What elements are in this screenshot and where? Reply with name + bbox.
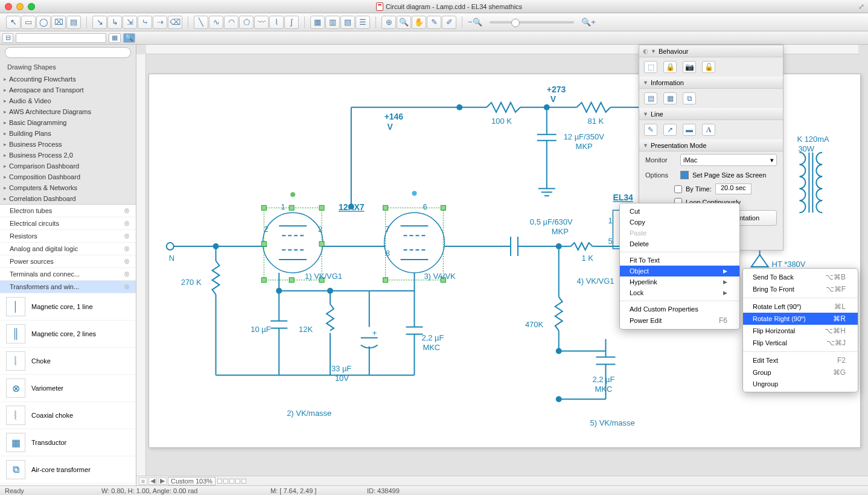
- menu-item[interactable]: Power EditF6: [620, 315, 739, 327]
- library-close-icon[interactable]: ⊗: [124, 219, 130, 228]
- category-item[interactable]: Aerospace and Transport: [0, 85, 136, 95]
- snap-tool-4[interactable]: ☰: [356, 16, 370, 29]
- search-icon[interactable]: 🔍: [123, 33, 135, 43]
- snap-tool-1[interactable]: ▦: [310, 16, 325, 29]
- spline-tool[interactable]: ⌇: [269, 16, 284, 29]
- ellipse-tool[interactable]: ◯: [36, 16, 51, 29]
- conn-tool-5[interactable]: ⇢: [153, 16, 167, 29]
- category-item[interactable]: Comparison Dashboard: [0, 161, 136, 171]
- behaviour-snapshot-icon[interactable]: 📷: [683, 61, 696, 73]
- zoom-readout[interactable]: Custom 103%: [168, 477, 215, 485]
- library-close-icon[interactable]: ⊗: [124, 244, 130, 253]
- section-line[interactable]: Line: [651, 110, 663, 118]
- section-presentation[interactable]: Presentation Mode: [651, 142, 706, 149]
- library-item[interactable]: Resistors⊗: [0, 230, 136, 243]
- shape-item[interactable]: ⧉Air-core transformer: [0, 456, 136, 484]
- info-copy-icon[interactable]: ⧉: [683, 92, 696, 104]
- behaviour-resize-icon[interactable]: ⬚: [644, 61, 657, 73]
- shape-item[interactable]: │Magnetic core, 1 line: [0, 293, 136, 321]
- section-behaviour[interactable]: Behaviour: [659, 48, 689, 55]
- menu-item[interactable]: Send To Back⌥⌘B: [743, 271, 858, 283]
- line-arrow-icon[interactable]: ↗: [663, 124, 677, 136]
- eyedropper-tool[interactable]: ✎: [427, 16, 441, 29]
- category-item[interactable]: Business Process 2,0: [0, 150, 136, 161]
- menu-item[interactable]: Rotate Right (90º)⌘R: [743, 313, 858, 325]
- textbox-tool[interactable]: ⌧: [51, 16, 66, 29]
- menu-item[interactable]: Flip Vertical⌥⌘J: [743, 337, 858, 349]
- menu-item[interactable]: Edit TextF2: [743, 354, 858, 366]
- minimize-button[interactable]: [16, 3, 24, 10]
- grid-view-icon[interactable]: ▦: [109, 33, 121, 43]
- snap-tool-2[interactable]: ▥: [325, 16, 340, 29]
- section-information[interactable]: Information: [651, 79, 684, 86]
- poly-tool[interactable]: ⬠: [239, 16, 254, 29]
- page-thumbs[interactable]: [217, 477, 247, 485]
- library-close-icon[interactable]: ⊗: [124, 206, 130, 215]
- library-close-icon[interactable]: ⊗: [124, 270, 130, 278]
- close-button[interactable]: [5, 3, 12, 10]
- paint-tool[interactable]: ✐: [442, 16, 456, 29]
- page-next-button[interactable]: ▶: [158, 477, 167, 485]
- conn-tool-3[interactable]: ⇲: [123, 16, 137, 29]
- pan-tool[interactable]: ✋: [412, 16, 426, 29]
- library-item[interactable]: Power sources⊗: [0, 255, 136, 268]
- library-item[interactable]: Terminals and connec...⊗: [0, 268, 136, 281]
- zoom-fit[interactable]: ⊕: [381, 16, 396, 29]
- conn-tool-1[interactable]: ↘: [92, 16, 107, 29]
- shape-item[interactable]: ⦚Coaxial choke: [0, 402, 136, 429]
- conn-tool-2[interactable]: ↳: [107, 16, 122, 29]
- library-close-icon[interactable]: ⊗: [124, 232, 130, 240]
- zoom-out-btn[interactable]: −🔍: [468, 16, 482, 29]
- menu-item[interactable]: Group⌘G: [743, 366, 858, 378]
- menu-item[interactable]: Flip Horizontal⌥⌘H: [743, 325, 858, 337]
- behaviour-lock-icon[interactable]: 🔒: [663, 61, 677, 73]
- category-item[interactable]: Composition Dashboard: [0, 171, 136, 182]
- select-tool[interactable]: ↖: [6, 16, 21, 29]
- library-item[interactable]: Electrical circuits⊗: [0, 217, 136, 230]
- line-text-icon[interactable]: A: [702, 124, 715, 136]
- rect-tool[interactable]: ▭: [21, 16, 36, 29]
- panel-close-icon[interactable]: ◐: [643, 48, 648, 54]
- category-item[interactable]: AWS Architecture Diagrams: [0, 106, 136, 117]
- library-close-icon[interactable]: ⊗: [124, 257, 130, 266]
- image-tool[interactable]: ▤: [66, 16, 81, 29]
- line-fill-icon[interactable]: ▬: [683, 124, 696, 136]
- bezier-tool[interactable]: 〰: [254, 16, 269, 29]
- fullscreen-icon[interactable]: ⤢: [858, 2, 864, 11]
- zoom-slider[interactable]: [490, 21, 574, 24]
- bytime-checkbox[interactable]: [674, 185, 682, 193]
- shape-item[interactable]: ⦚Choke: [0, 348, 136, 375]
- tree-view-icon[interactable]: ⊟: [2, 33, 13, 43]
- shape-item[interactable]: ⊗Variometer: [0, 375, 136, 402]
- library-item[interactable]: Analog and digital logic⊗: [0, 243, 136, 255]
- menu-item[interactable]: Add Custom Properties: [620, 304, 739, 315]
- menu-item[interactable]: Ungroup: [743, 378, 858, 389]
- category-item[interactable]: Business Process: [0, 139, 136, 150]
- arc-tool[interactable]: ◠: [224, 16, 238, 29]
- shape-item[interactable]: ║Magnetic core, 2 lines: [0, 321, 136, 348]
- line-pen-icon[interactable]: ✎: [644, 124, 657, 136]
- zoom-in-btn[interactable]: 🔍+: [581, 16, 596, 29]
- info-doc-icon[interactable]: ▤: [644, 92, 657, 104]
- menu-item[interactable]: Delete: [620, 238, 739, 249]
- conn-tool-6[interactable]: ⌫: [168, 16, 182, 29]
- menu-item[interactable]: Fit To Text: [620, 255, 739, 266]
- library-filter[interactable]: [16, 33, 106, 43]
- info-page-icon[interactable]: ▦: [663, 92, 677, 104]
- page-prev-button[interactable]: ◀: [148, 477, 157, 485]
- library-item[interactable]: Transformers and win...⊗: [0, 281, 136, 293]
- category-item[interactable]: Computers & Networks: [0, 182, 136, 193]
- opt-pagesize[interactable]: Set Page Size as Screen: [692, 171, 766, 179]
- snap-tool-3[interactable]: ▧: [340, 16, 355, 29]
- category-item[interactable]: Building Plans: [0, 128, 136, 139]
- shape-search-input[interactable]: [5, 47, 131, 58]
- menu-item[interactable]: Cut: [620, 206, 739, 217]
- category-item[interactable]: Audio & Video: [0, 95, 136, 106]
- library-close-icon[interactable]: ⊗: [124, 283, 130, 291]
- free-tool[interactable]: ∫: [284, 16, 299, 29]
- menu-item[interactable]: Rotate Left (90º)⌘L: [743, 301, 858, 313]
- zoom-button[interactable]: [28, 3, 35, 10]
- menu-item[interactable]: Lock: [620, 287, 739, 298]
- menu-item[interactable]: Object: [620, 266, 739, 276]
- monitor-select[interactable]: iMac▾: [680, 154, 777, 166]
